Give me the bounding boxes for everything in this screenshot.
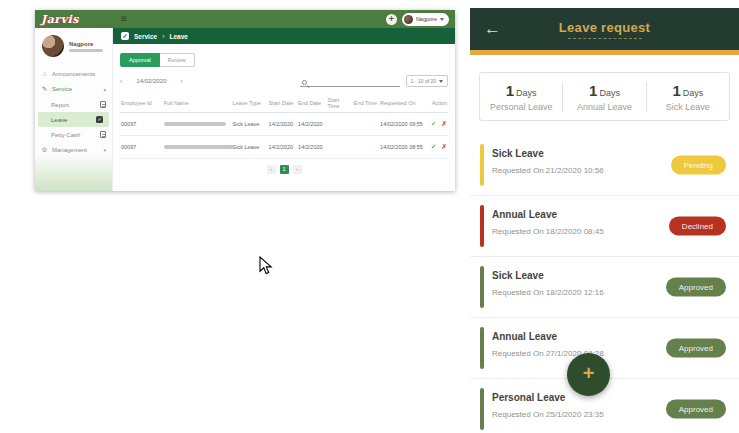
search-box[interactable] (300, 76, 400, 87)
sidebar-gradient (35, 153, 112, 191)
profile-avatar (42, 35, 64, 57)
desktop-app-window: Jarvis ≡ + Nagpore Nagpore (35, 10, 455, 191)
sidebar-item-label: Announcements (52, 71, 95, 77)
reject-icon[interactable]: ✗ (441, 143, 447, 150)
controls-row: ‹ 14/02/2020 › 1 - 10 of 20 (120, 75, 448, 87)
cell-leave-type: Sick Leave (232, 136, 268, 159)
status-badge[interactable]: Approved (666, 400, 726, 419)
summary-sick-leave: 1Days Sick Leave (646, 82, 729, 112)
sidebar-item-report[interactable]: Report (35, 97, 112, 112)
sidebar-item-service[interactable]: ✎ Service ▴ (35, 81, 112, 97)
cell-start-date: 14/2/2020 (268, 113, 298, 136)
search-input[interactable] (310, 79, 390, 85)
app-logo: Jarvis (41, 13, 79, 26)
breadcrumb-separator: › (162, 33, 164, 40)
cell-requested-on: 14/02/2020 09:55 (379, 113, 425, 136)
list-item[interactable]: Sick Leave Requested On 18/2/2020 12:16 … (470, 257, 739, 318)
document-icon (100, 131, 106, 138)
mobile-header: ← Leave request (470, 8, 739, 50)
cell-actions: ✓ ✗ (425, 113, 448, 136)
add-leave-fab[interactable]: + (567, 353, 610, 396)
summary-personal-leave: 1Days Personal Leave (480, 82, 562, 112)
chevron-down-icon (439, 80, 443, 83)
status-badge[interactable]: Approved (666, 339, 726, 358)
cell-start-time (327, 113, 353, 136)
search-icon (302, 80, 307, 85)
status-badge[interactable]: Approved (666, 278, 726, 297)
status-color-bar (480, 205, 484, 247)
user-menu-name: Nagpore (416, 16, 437, 22)
reject-icon[interactable]: ✗ (441, 120, 447, 127)
mobile-app: ← Leave request 1Days Personal Leave 1Da… (470, 8, 739, 433)
table-row: 00097 Sick Leave 14/2/2020 14/2/2020 14/… (120, 136, 448, 159)
summary-label: Sick Leave (647, 102, 729, 112)
next-date-button[interactable]: › (180, 78, 182, 85)
approve-icon[interactable]: ✓ (431, 143, 437, 150)
breadcrumb-section[interactable]: Service (134, 33, 157, 40)
checkbox-icon: ✓ (121, 32, 129, 40)
cell-end-date: 14/2/2020 (297, 136, 327, 159)
col-start-date: Start Date (268, 94, 298, 113)
profile-subtitle-redacted (69, 49, 103, 52)
list-item[interactable]: Sick Leave Requested On 21/2/2020 10:56 … (470, 135, 739, 196)
back-arrow-icon[interactable]: ← (484, 19, 501, 39)
screen: Jarvis ≡ + Nagpore Nagpore (0, 0, 739, 433)
page-next-button[interactable]: › (293, 165, 302, 174)
page-prev-button[interactable]: ‹ (267, 165, 276, 174)
cell-full-name-redacted (163, 136, 232, 159)
checkbox-icon: ✓ (96, 116, 103, 123)
sidebar-item-label: Petty Cash (51, 132, 80, 138)
approve-icon[interactable]: ✓ (431, 120, 437, 127)
sidebar-item-leave[interactable]: Leave ✓ (38, 112, 109, 127)
add-button[interactable]: + (386, 14, 397, 25)
page-current[interactable]: 1 (280, 165, 289, 174)
tabs: Approval Review (120, 53, 455, 67)
col-end-time: End Time (353, 94, 379, 113)
page-title: Leave request (559, 20, 650, 35)
summary-unit: Days (683, 88, 704, 98)
status-color-bar (480, 327, 484, 369)
current-date[interactable]: 14/02/2020 (136, 78, 166, 84)
profile-name: Nagpore (69, 41, 103, 47)
mouse-cursor (259, 256, 273, 280)
hamburger-menu-icon[interactable]: ≡ (121, 14, 127, 24)
leave-summary: 1Days Personal Leave 1Days Annual Leave … (479, 72, 730, 121)
list-item[interactable]: Annual Leave Requested On 18/2/2020 08:4… (470, 196, 739, 257)
tab-approval[interactable]: Approval (120, 53, 160, 67)
pencil-icon: ✎ (41, 85, 48, 93)
summary-annual-leave: 1Days Annual Leave (562, 82, 645, 112)
summary-count: 1 (672, 82, 680, 99)
summary-count: 1 (506, 82, 514, 99)
summary-label: Personal Leave (480, 102, 562, 112)
cell-start-time (327, 136, 353, 159)
col-leave-type: Leave Type (232, 94, 268, 113)
breadcrumb: ✓ Service › Leave (113, 28, 455, 44)
app-topbar: Jarvis ≡ + Nagpore (35, 10, 455, 28)
status-badge[interactable]: Pending (671, 156, 726, 175)
sidebar-item-petty-cash[interactable]: Petty Cash (35, 127, 112, 142)
title-underline (568, 38, 642, 39)
summary-label: Annual Leave (563, 102, 645, 112)
table-row: 00097 Sick Leave 14/2/2020 14/2/2020 14/… (120, 113, 448, 136)
cell-start-date: 14/2/2020 (268, 136, 298, 159)
paginator-label: 1 - 10 of 20 (411, 78, 436, 84)
sidebar-item-announcements[interactable]: ⌂ Announcements (35, 66, 112, 81)
status-badge[interactable]: Declined (669, 217, 726, 236)
sidebar-item-label: Service (52, 86, 72, 92)
cell-employee-id: 00097 (120, 113, 163, 136)
cell-requested-on: 14/02/2020 08:55 (379, 136, 425, 159)
date-navigator: ‹ 14/02/2020 › (120, 78, 183, 85)
chevron-up-icon: ▴ (103, 86, 106, 92)
pagination: ‹ 1 › (113, 165, 455, 174)
col-full-name: Full Name (163, 94, 232, 113)
col-end-date: End Date (297, 94, 327, 113)
user-menu-button[interactable]: Nagpore (402, 13, 449, 26)
cell-leave-type: Sick Leave (232, 113, 268, 136)
tab-review[interactable]: Review (160, 53, 195, 67)
content-area: ✓ Service › Leave Approval Review ‹ 14/0… (113, 28, 455, 191)
accent-bar (470, 50, 739, 55)
prev-date-button[interactable]: ‹ (120, 78, 122, 85)
chevron-down-icon (440, 18, 444, 21)
paginator-select[interactable]: 1 - 10 of 20 (406, 75, 448, 87)
breadcrumb-page: Leave (169, 33, 187, 40)
